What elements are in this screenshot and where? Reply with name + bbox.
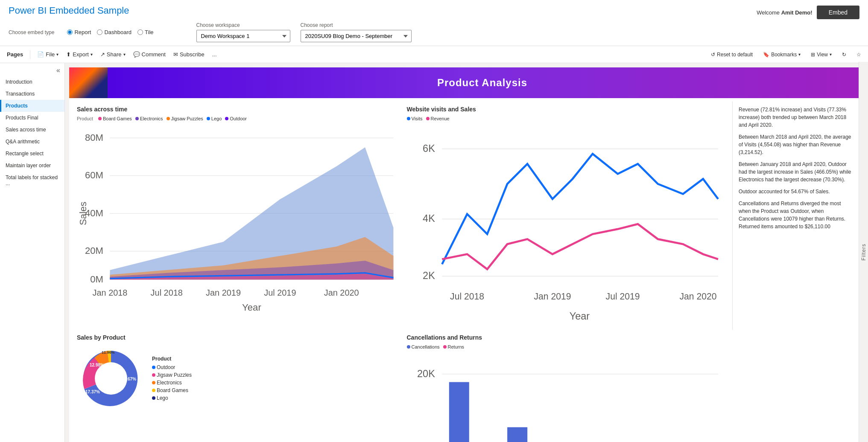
bottom-charts-row: Sales by Product: [69, 330, 864, 442]
legend-lego: Lego: [207, 116, 222, 121]
visits-chart-legend: Visits Revenue: [407, 116, 728, 121]
workspace-label: Choose workspace: [196, 22, 290, 28]
sales-by-product-chart: Sales by Product: [73, 330, 403, 442]
file-chevron-icon: ▾: [56, 52, 58, 57]
pages-label: Pages: [3, 51, 26, 58]
cancellations-svg: 20K 0K: [407, 352, 728, 442]
report-toolbar: Pages 📄 File ▾ ⬆ Export ▾ ↗ Share ▾ 💬 Co…: [0, 46, 868, 63]
sidebar-item-products[interactable]: Products: [0, 100, 64, 112]
filters-panel[interactable]: Filters: [859, 63, 868, 442]
legend-returns: Returns: [443, 344, 465, 349]
svg-text:20M: 20M: [85, 245, 103, 256]
comment-button[interactable]: 💬 Comment: [130, 49, 169, 59]
subscribe-button[interactable]: ✉ Subscribe: [170, 49, 208, 59]
svg-text:4K: 4K: [423, 213, 435, 224]
svg-rect-39: [507, 427, 527, 442]
bookmarks-button[interactable]: 🔖 Bookmarks ▾: [760, 50, 804, 59]
reset-icon: ↺: [711, 52, 715, 58]
cancellations-title: Cancellations and Returns: [407, 334, 728, 341]
toolbar-separator-1: [30, 50, 30, 59]
view-chevron-icon: ▾: [830, 52, 832, 57]
comment-icon: 💬: [133, 51, 140, 58]
reset-default-button[interactable]: ↺ Reset to default: [707, 50, 756, 59]
svg-rect-37: [449, 382, 469, 442]
sidebar-header: «: [0, 63, 64, 76]
workspace-select[interactable]: Demo Workspace 1: [196, 30, 290, 42]
legend-revenue: Revenue: [426, 116, 450, 121]
sidebar-item-rectangle-select[interactable]: Rectangle select: [0, 148, 64, 160]
bookmark-icon: 🔖: [763, 52, 769, 58]
insight-5: Cancellations and Returns diverged the m…: [739, 200, 854, 230]
report-area: Product Analysis Sales across time Produ…: [65, 63, 868, 442]
sidebar-item-maintain-layer-order[interactable]: Maintain layer order: [0, 160, 64, 172]
view-icon: ⊞: [811, 52, 815, 58]
insight-1: Revenue (72.81% increase) and Visits (77…: [739, 106, 854, 129]
share-menu-button[interactable]: ↗ Share ▾: [97, 49, 129, 59]
more-button[interactable]: ...: [209, 49, 220, 59]
embed-type-radio-group: Report Dashboard Tile: [67, 29, 153, 35]
radio-report[interactable]: Report: [67, 29, 91, 35]
refresh-button[interactable]: ↻: [839, 50, 850, 59]
workspace-selector-group: Choose workspace Demo Workspace 1: [196, 22, 290, 42]
svg-text:Jan 2018: Jan 2018: [93, 288, 128, 297]
file-icon: 📄: [37, 51, 44, 58]
report-title-banner: Product Analysis: [69, 67, 864, 98]
visits-chart-svg: 6K 4K 2K Jul 2018 Jan 2019: [407, 124, 728, 324]
radio-dashboard[interactable]: Dashboard: [97, 29, 132, 35]
legend-board-games: Board Games: [98, 116, 132, 121]
welcome-text: Welcome Amit Demo!: [757, 9, 812, 16]
sidebar-item-transactions[interactable]: Transactions: [0, 88, 64, 100]
legend-visits: Visits: [407, 116, 423, 121]
svg-text:12.98%: 12.98%: [90, 363, 104, 367]
website-visits-chart: Website visits and Sales Visits Revenue …: [403, 102, 733, 330]
donut-legend: Product Outdoor Jigsaw Puzzles Electroni…: [152, 356, 192, 401]
embed-button[interactable]: Embed: [817, 6, 859, 19]
visits-chart-title: Website visits and Sales: [407, 106, 728, 113]
svg-text:6K: 6K: [423, 143, 435, 154]
export-chevron-icon: ▾: [91, 52, 93, 57]
cancellations-legend: Cancellations Returns: [407, 344, 728, 349]
svg-text:Jan 2019: Jan 2019: [534, 291, 571, 301]
donut-legend-label: Product: [152, 356, 192, 362]
file-menu-button[interactable]: 📄 File ▾: [34, 49, 62, 59]
svg-text:Sales: Sales: [78, 202, 88, 225]
sidebar-collapse-button[interactable]: «: [56, 67, 60, 74]
sidebar-item-products-final[interactable]: Products Final: [0, 112, 64, 124]
legend-outdoor: Outdoor: [225, 116, 247, 121]
view-button[interactable]: ⊞ View ▾: [807, 50, 835, 59]
subscribe-icon: ✉: [173, 51, 178, 58]
main-layout: « Introduction Transactions Products Pro…: [0, 63, 868, 442]
product-logo: [69, 67, 108, 98]
sales-chart-title: Sales across time: [77, 106, 398, 113]
export-menu-button[interactable]: ⬆ Export ▾: [63, 49, 96, 59]
svg-text:Jan 2020: Jan 2020: [679, 291, 716, 301]
sidebar-item-sales-across-time[interactable]: Sales across time: [0, 124, 64, 136]
sidebar-item-total-labels[interactable]: Total labels for stacked ...: [0, 172, 64, 189]
bottom-right-spacer: [732, 330, 860, 442]
svg-text:2K: 2K: [423, 270, 435, 281]
report-selector-group: Choose report 2020SU09 Blog Demo - Septe…: [301, 22, 412, 42]
insight-4: Outdoor accounted for 54.67% of Sales.: [739, 188, 854, 195]
legend-outdoor-donut: Outdoor: [152, 364, 192, 370]
donut-svg: 54.67% 17.37% 12.98% 11.96%: [77, 344, 145, 413]
legend-electronics: Electronics: [135, 116, 163, 121]
svg-text:Year: Year: [242, 302, 261, 312]
legend-boardgames-donut: Board Games: [152, 387, 192, 393]
svg-text:Jul 2018: Jul 2018: [151, 288, 183, 297]
sidebar-item-qa-arithmetic[interactable]: Q&A arithmetic: [0, 136, 64, 148]
report-canvas: Product Analysis Sales across time Produ…: [69, 67, 864, 442]
top-header: Power BI Embedded Sample Welcome Amit De…: [0, 0, 868, 63]
filters-label: Filters: [861, 244, 867, 261]
report-select[interactable]: 2020SU09 Blog Demo - September: [301, 30, 412, 42]
radio-tile[interactable]: Tile: [137, 29, 153, 35]
toolbar-right-group: ↺ Reset to default 🔖 Bookmarks ▾ ⊞ View …: [707, 50, 865, 59]
sidebar-item-introduction[interactable]: Introduction: [0, 76, 64, 88]
star-icon: ☆: [856, 52, 861, 58]
svg-text:60M: 60M: [85, 170, 103, 180]
svg-text:0M: 0M: [90, 274, 103, 285]
insight-3: Between January 2018 and April 2020, Out…: [739, 160, 854, 183]
favorite-button[interactable]: ☆: [853, 50, 865, 59]
app-title: Power BI Embedded Sample: [9, 5, 129, 16]
svg-text:54.67%: 54.67%: [122, 377, 136, 381]
svg-text:Jul 2019: Jul 2019: [605, 291, 640, 301]
